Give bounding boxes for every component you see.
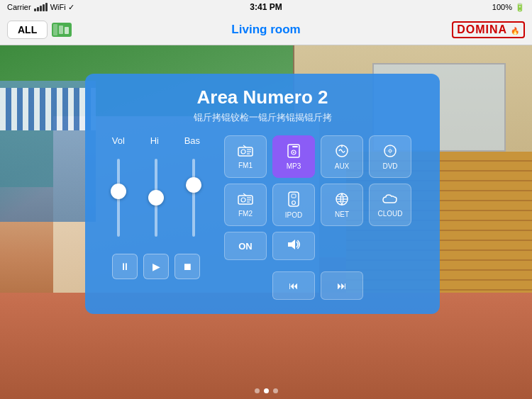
- logo-flame: 🔥: [511, 27, 520, 35]
- fm2-label: FM2: [238, 210, 253, 218]
- on-label: ON: [238, 241, 253, 252]
- vol-slider[interactable]: [117, 159, 120, 237]
- carrier-label: Carrier: [7, 3, 31, 11]
- ipod-icon: [288, 191, 299, 209]
- source-row-1: FM1 MP3 AUX: [224, 135, 426, 178]
- pause-button[interactable]: ⏸: [112, 254, 138, 279]
- bas-slider-wrapper: [192, 152, 195, 244]
- aux-icon: [335, 144, 349, 160]
- source-row-2: FM2 IPOD NET: [224, 184, 426, 226]
- mp3-button[interactable]: MP3: [272, 135, 315, 178]
- signal-bars: [34, 3, 48, 11]
- domina-logo: DOMINA 🔥: [452, 21, 525, 38]
- panel-subtitle: 锟斤拷锟铰检一锟斤拷锟揭锟斤拷: [99, 111, 426, 124]
- net-label: NET: [335, 210, 349, 218]
- play-button[interactable]: ▶: [143, 254, 169, 279]
- transport-controls: ⏸ ▶ ⏹: [99, 254, 213, 279]
- dvd-button[interactable]: DVD: [369, 135, 411, 178]
- skip-row: ⏮ ⏭: [272, 271, 426, 300]
- battery-icon: 🔋: [515, 3, 525, 12]
- fm2-icon: [238, 193, 253, 208]
- dot-1: [255, 388, 260, 393]
- sources-section: FM1 MP3 AUX: [224, 135, 426, 300]
- status-left: Carrier WiFi ✓: [7, 3, 74, 12]
- net-icon: [335, 192, 349, 208]
- bas-label: Bas: [184, 135, 200, 146]
- net-button[interactable]: NET: [321, 184, 363, 226]
- svg-rect-13: [292, 146, 298, 147]
- volume-button[interactable]: [272, 232, 315, 260]
- next-button[interactable]: ⏭: [321, 271, 363, 300]
- mp3-label: MP3: [287, 162, 301, 170]
- page-title: Living room: [231, 23, 300, 37]
- hi-label: Hi: [150, 135, 159, 146]
- on-button[interactable]: ON: [224, 232, 267, 260]
- svg-rect-28: [292, 194, 296, 198]
- header-bar: ALL Living room DOMINA 🔥: [0, 14, 532, 45]
- status-right: 100% 🔋: [492, 3, 525, 12]
- svg-rect-2: [59, 26, 63, 34]
- fm1-label: FM1: [238, 162, 253, 169]
- page-dots: [0, 388, 532, 393]
- time-display: 3:41 PM: [250, 2, 282, 12]
- svg-rect-3: [65, 27, 69, 34]
- cloud-button[interactable]: CLOUD: [369, 184, 411, 226]
- dot-2: [264, 388, 269, 393]
- ipod-label: IPOD: [285, 211, 302, 219]
- svg-point-21: [241, 198, 245, 202]
- background-scene: Area Numero 2 锟斤拷锟铰检一锟斤拷锟揭锟斤拷 Vol Hi Bas: [0, 45, 532, 399]
- dvd-icon: [383, 144, 397, 160]
- slider-labels: Vol Hi Bas: [99, 135, 213, 146]
- battery-label: 100%: [492, 3, 512, 11]
- hi-slider[interactable]: [155, 159, 157, 237]
- dot-3: [273, 388, 278, 393]
- aux-label: AUX: [335, 162, 350, 170]
- svg-point-12: [293, 152, 294, 153]
- panel-content: Vol Hi Bas ⏸: [99, 135, 426, 300]
- svg-point-27: [292, 201, 296, 204]
- fm1-icon: [238, 145, 253, 159]
- status-bar: Carrier WiFi ✓ 3:41 PM 100% 🔋: [0, 0, 532, 14]
- prev-button[interactable]: ⏮: [272, 271, 315, 300]
- dvd-label: DVD: [382, 162, 397, 170]
- energy-icon: [52, 23, 72, 37]
- panel-overlay: Area Numero 2 锟斤拷锟铰检一锟斤拷锟揭锟斤拷 Vol Hi Bas: [85, 74, 440, 314]
- mp3-icon: [287, 144, 300, 160]
- fm1-button[interactable]: FM1: [224, 135, 267, 178]
- sliders-section: Vol Hi Bas ⏸: [99, 135, 213, 300]
- vol-slider-wrapper: [117, 152, 120, 244]
- ipod-button[interactable]: IPOD: [272, 184, 315, 226]
- svg-point-5: [241, 150, 245, 154]
- all-button[interactable]: ALL: [7, 21, 48, 39]
- panel-title: Area Numero 2: [99, 86, 426, 108]
- aux-button[interactable]: AUX: [321, 135, 363, 178]
- hi-slider-wrapper: [155, 152, 157, 244]
- cloud-icon: [382, 193, 399, 208]
- fm2-button[interactable]: FM2: [224, 184, 267, 226]
- cloud-label: CLOUD: [377, 210, 402, 218]
- svg-rect-1: [53, 24, 57, 35]
- vol-label: Vol: [112, 135, 125, 146]
- volume-icon: [285, 237, 302, 254]
- sliders-container: [99, 152, 213, 244]
- controls-row: ON: [224, 232, 426, 260]
- svg-marker-31: [288, 240, 295, 249]
- stop-button[interactable]: ⏹: [174, 254, 200, 279]
- bas-slider[interactable]: [192, 159, 195, 237]
